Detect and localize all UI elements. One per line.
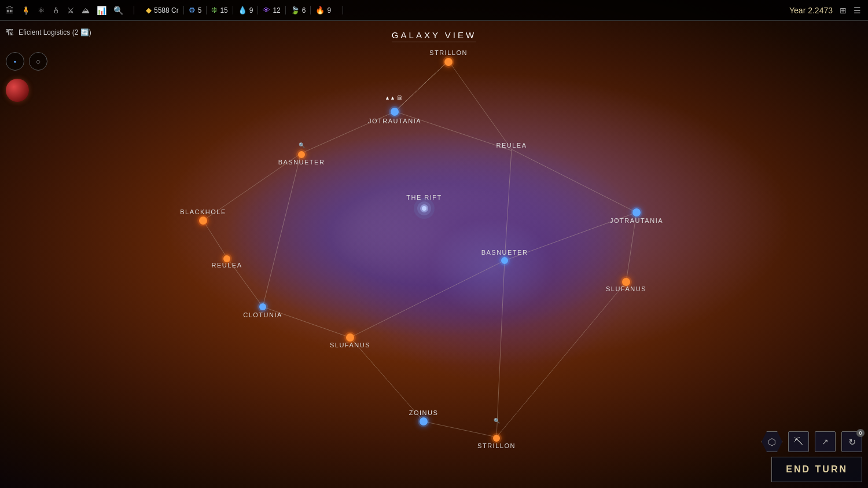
action-icons-bar: ⬡ ⛏ ↗ ↻ 0 bbox=[762, 431, 862, 452]
menu-icon[interactable]: ☰ bbox=[854, 6, 861, 15]
svg-text:SLUFANUS: SLUFANUS bbox=[330, 342, 370, 348]
svg-text:CLOTUNIA: CLOTUNIA bbox=[243, 311, 282, 318]
research-value: 12 bbox=[273, 6, 280, 14]
resource-panel: ◆ 5588 Cr ⚙ 5 ❊ 15 💧 9 👁 12 🍃 6 🔥 9 bbox=[134, 6, 343, 14]
star-clotunia[interactable]: CLOTUNIA bbox=[243, 302, 282, 318]
terrain-icon[interactable]: ⛰ bbox=[82, 6, 90, 15]
food-icon: ❊ bbox=[211, 6, 218, 14]
credits-resource: ◆ 5588 Cr bbox=[141, 6, 184, 14]
notification-building-icon: 🏗 bbox=[6, 28, 14, 37]
svg-point-41 bbox=[199, 217, 207, 225]
svg-text:STRILLON: STRILLON bbox=[477, 442, 516, 449]
buildings-icon[interactable]: 🏛 bbox=[6, 6, 14, 15]
food-resource: ❊ 15 bbox=[207, 6, 233, 14]
svg-point-34 bbox=[298, 151, 305, 158]
bottom-right-controls: ⬡ ⛏ ↗ ↻ 0 END TURN bbox=[762, 431, 862, 482]
star-zoinus[interactable]: ZOINUS bbox=[409, 409, 439, 427]
galaxy-starmap[interactable]: THE RIFT STRILLON ▲▲ 🏛 JOTRAUTANIA REULE… bbox=[0, 0, 868, 488]
star-the-rift[interactable]: THE RIFT bbox=[406, 194, 442, 219]
svg-line-1 bbox=[448, 61, 512, 149]
hex-icon[interactable]: ⬡ bbox=[762, 431, 782, 452]
influence-resource: 🍃 6 bbox=[286, 6, 311, 14]
star-jotrautania-right[interactable]: JOTRAUTANIA bbox=[610, 207, 663, 224]
left-panel: ● ○ bbox=[6, 52, 47, 102]
svg-text:REULEA: REULEA bbox=[496, 142, 527, 149]
svg-text:SLUFANUS: SLUFANUS bbox=[606, 285, 646, 292]
production-resource: ⚙ 5 bbox=[184, 6, 207, 14]
svg-point-59 bbox=[420, 417, 428, 425]
svg-text:BASNUETER: BASNUETER bbox=[481, 249, 528, 256]
credits-icon: ◆ bbox=[146, 6, 152, 14]
star-basnueter-left[interactable]: 🔍 BASNUETER bbox=[278, 142, 325, 166]
year-display: Year 2.2473 bbox=[789, 6, 833, 15]
svg-text:STRILLON: STRILLON bbox=[429, 49, 468, 56]
svg-line-15 bbox=[350, 260, 505, 337]
star-strillon-top[interactable]: STRILLON bbox=[429, 49, 468, 68]
ring-selector[interactable]: ○ bbox=[29, 52, 47, 71]
star-reulea-top[interactable]: REULEA bbox=[496, 142, 527, 149]
svg-text:ZOINUS: ZOINUS bbox=[409, 409, 439, 416]
star-strillon-bottom[interactable]: 🔍 STRILLON bbox=[477, 417, 516, 449]
science-icon[interactable]: ⚛ bbox=[38, 6, 45, 15]
notification-bar: 🏗 Eficient Logistics (2 🔄) bbox=[0, 25, 97, 39]
influence-value: 6 bbox=[302, 6, 306, 14]
svg-line-18 bbox=[395, 61, 448, 112]
svg-point-62 bbox=[493, 435, 500, 442]
top-navigation-bar: 🏛 🧍 ⚛ 🕯 ⚔ ⛰ 📊 🔍 ◆ 5588 Cr ⚙ 5 ❊ 15 💧 9 👁… bbox=[0, 0, 868, 21]
planet-display[interactable] bbox=[6, 79, 29, 102]
stats-icon[interactable]: 📊 bbox=[97, 6, 106, 15]
end-turn-button[interactable]: END TURN bbox=[771, 457, 862, 482]
svg-line-11 bbox=[496, 282, 626, 437]
production-value: 5 bbox=[198, 6, 202, 14]
svg-point-25 bbox=[444, 58, 453, 66]
svg-text:THE RIFT: THE RIFT bbox=[406, 194, 442, 201]
notification-text[interactable]: Eficient Logistics (2 🔄) bbox=[19, 28, 91, 36]
star-basnueter-right[interactable]: BASNUETER bbox=[481, 249, 528, 266]
svg-point-22 bbox=[422, 206, 426, 211]
search-icon[interactable]: 🔍 bbox=[113, 6, 123, 15]
svg-text:REULEA: REULEA bbox=[211, 262, 242, 269]
research-resource: 👁 12 bbox=[258, 6, 285, 14]
refresh-badge: 0 bbox=[856, 429, 865, 437]
svg-text:▲▲: ▲▲ bbox=[385, 95, 395, 101]
food-value: 15 bbox=[220, 6, 227, 14]
svg-text:🔍: 🔍 bbox=[494, 417, 501, 424]
star-blackhole[interactable]: BLACKHOLE bbox=[180, 208, 226, 226]
svg-point-28 bbox=[391, 108, 399, 116]
star-slufanus-bottom[interactable]: SLUFANUS bbox=[330, 332, 370, 348]
colonize-icon[interactable]: ↗ bbox=[815, 431, 836, 452]
svg-line-17 bbox=[263, 153, 301, 307]
influence-icon: 🍃 bbox=[290, 6, 300, 14]
water-icon: 💧 bbox=[238, 6, 247, 14]
star-jotrautania-top[interactable]: ▲▲ 🏛 JOTRAUTANIA bbox=[368, 95, 421, 124]
svg-text:JOTRAUTANIA: JOTRAUTANIA bbox=[610, 217, 663, 224]
svg-line-14 bbox=[496, 260, 505, 437]
culture-icon[interactable]: 🕯 bbox=[52, 6, 60, 15]
svg-line-4 bbox=[512, 149, 637, 212]
topbar-nav-icons: 🏛 🧍 ⚛ 🕯 ⚔ ⛰ 📊 🔍 bbox=[0, 6, 129, 15]
military-icon[interactable]: ⚔ bbox=[67, 6, 75, 15]
credits-value: 5588 Cr bbox=[154, 6, 179, 14]
topbar-right: Year 2.2473 ⊞ ☰ bbox=[782, 6, 868, 15]
svg-point-50 bbox=[622, 278, 630, 286]
svg-text:🏛: 🏛 bbox=[397, 95, 402, 101]
star-reulea-left[interactable]: REULEA bbox=[211, 254, 242, 269]
svg-point-56 bbox=[346, 333, 354, 342]
svg-point-53 bbox=[259, 303, 266, 310]
mining-icon[interactable]: ⛏ bbox=[788, 431, 809, 452]
galaxy-view-title: GALAXY VIEW bbox=[392, 30, 476, 42]
svg-text:🔍: 🔍 bbox=[299, 142, 306, 149]
energy-value: 9 bbox=[327, 6, 331, 14]
layers-icon[interactable]: ⊞ bbox=[840, 6, 847, 15]
refresh-icon-wrapper: ↻ 0 bbox=[841, 431, 862, 452]
star-slufanus-right[interactable]: SLUFANUS bbox=[606, 276, 646, 292]
svg-point-44 bbox=[501, 257, 508, 264]
dot-selector[interactable]: ● bbox=[6, 52, 24, 71]
svg-line-16 bbox=[505, 149, 512, 260]
people-icon[interactable]: 🧍 bbox=[21, 6, 31, 15]
water-resource: 💧 9 bbox=[233, 6, 259, 14]
svg-line-10 bbox=[424, 421, 496, 437]
svg-text:BASNUETER: BASNUETER bbox=[278, 159, 325, 166]
svg-line-6 bbox=[203, 221, 227, 258]
energy-icon: 🔥 bbox=[315, 6, 325, 14]
